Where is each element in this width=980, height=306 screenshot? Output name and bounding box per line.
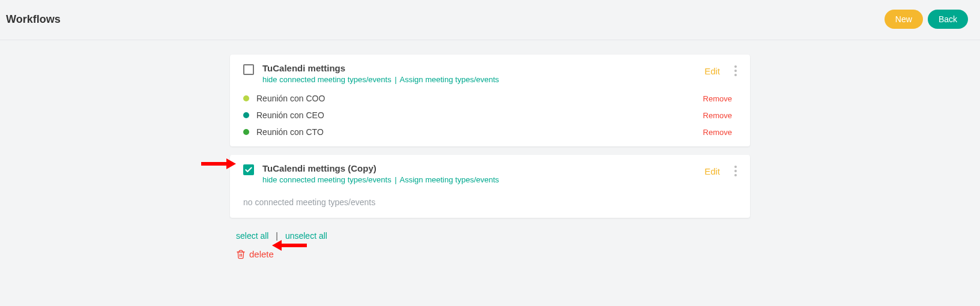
edit-link[interactable]: Edit: [704, 166, 720, 176]
no-events-text: no connected meeting types/events: [230, 190, 750, 212]
event-name: Reunión con CTO: [256, 127, 703, 137]
card-header: TuCalendi mettings hide connected meetin…: [230, 55, 750, 90]
card-links: hide connected meeting types/events | As…: [262, 75, 704, 84]
assign-meeting-link[interactable]: Assign meeting types/events: [400, 175, 499, 184]
checkbox[interactable]: [243, 64, 254, 75]
remove-link[interactable]: Remove: [703, 111, 732, 120]
back-button[interactable]: Back: [928, 10, 968, 29]
card-actions: Edit: [704, 63, 739, 79]
workflow-title: TuCalendi mettings (Copy): [262, 163, 704, 173]
workflow-title: TuCalendi mettings: [262, 63, 704, 73]
workflow-card: TuCalendi mettings (Copy) hide connected…: [230, 155, 750, 218]
event-dot-icon: [243, 112, 249, 118]
delete-label: delete: [249, 249, 274, 259]
assign-meeting-link[interactable]: Assign meeting types/events: [400, 75, 499, 84]
checkbox[interactable]: [243, 164, 254, 175]
page-title: Workflows: [6, 13, 61, 26]
header-buttons: New Back: [885, 10, 968, 29]
event-name: Reunión con COO: [256, 94, 703, 103]
card-header: TuCalendi mettings (Copy) hide connected…: [230, 155, 750, 190]
bulk-delete-link[interactable]: delete: [236, 249, 274, 259]
remove-link[interactable]: Remove: [703, 128, 732, 137]
remove-link[interactable]: Remove: [703, 94, 732, 103]
event-name: Reunión con CEO: [256, 110, 703, 120]
bulk-select-row: select all | unselect all: [236, 231, 744, 241]
event-row: Reunión con COO Remove: [230, 90, 750, 107]
event-dot-icon: [243, 95, 249, 101]
event-row: Reunión con CEO Remove: [230, 107, 750, 124]
hide-connected-link[interactable]: hide connected meeting types/events: [262, 175, 392, 184]
more-menu-icon[interactable]: [732, 63, 739, 79]
more-menu-icon[interactable]: [732, 163, 739, 179]
card-actions: Edit: [704, 163, 739, 179]
event-dot-icon: [243, 129, 249, 135]
workflow-card: TuCalendi mettings hide connected meetin…: [230, 55, 750, 146]
new-button[interactable]: New: [885, 10, 923, 29]
checkbox-checked-icon: [243, 164, 254, 175]
select-all-link[interactable]: select all: [236, 231, 268, 241]
unselect-all-link[interactable]: unselect all: [285, 231, 327, 241]
edit-link[interactable]: Edit: [704, 66, 720, 76]
card-title-block: TuCalendi mettings (Copy) hide connected…: [262, 163, 704, 184]
hide-connected-link[interactable]: hide connected meeting types/events: [262, 75, 392, 84]
card-title-block: TuCalendi mettings hide connected meetin…: [262, 63, 704, 84]
page-header: Workflows New Back: [0, 0, 980, 40]
bulk-actions: select all | unselect all delete: [230, 226, 750, 266]
trash-icon: [236, 250, 246, 259]
link-separator: |: [395, 75, 396, 84]
card-links: hide connected meeting types/events | As…: [262, 175, 704, 184]
link-separator: |: [395, 175, 396, 184]
bulk-separator: |: [276, 231, 278, 241]
checkbox-unchecked-icon: [243, 64, 254, 75]
workflow-list: TuCalendi mettings hide connected meetin…: [230, 55, 750, 266]
event-row: Reunión con CTO Remove: [230, 124, 750, 140]
